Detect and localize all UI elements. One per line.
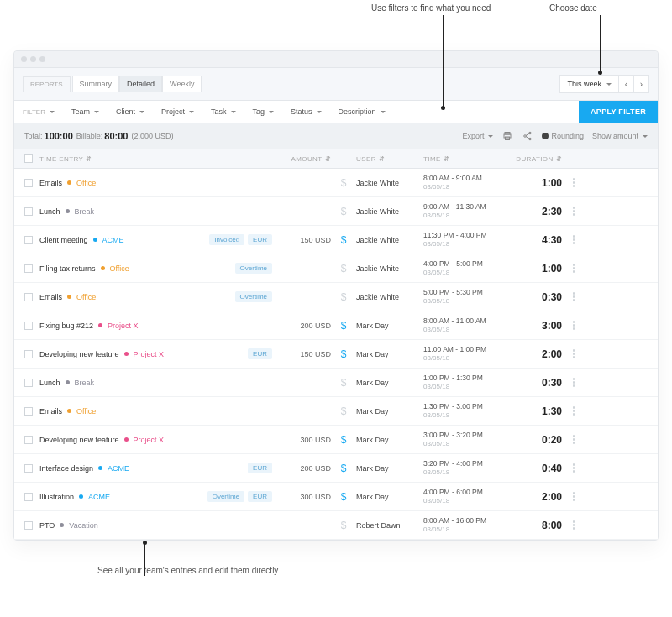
entry-amount: 150 USD bbox=[272, 236, 331, 244]
more-icon[interactable] bbox=[569, 520, 579, 530]
entry-description: Interface design bbox=[39, 464, 93, 473]
select-all-checkbox[interactable] bbox=[24, 154, 33, 163]
col-duration[interactable]: DURATION ⇵ bbox=[516, 155, 562, 163]
row-checkbox[interactable] bbox=[24, 207, 33, 216]
dollar-icon[interactable]: $ bbox=[341, 405, 347, 417]
row-checkbox[interactable] bbox=[24, 436, 33, 444]
dollar-icon[interactable]: $ bbox=[341, 520, 347, 531]
entry-duration: 2:00 bbox=[516, 491, 562, 503]
dollar-icon[interactable]: $ bbox=[341, 377, 347, 389]
row-checkbox[interactable] bbox=[24, 493, 33, 501]
rounding-toggle[interactable]: Rounding bbox=[542, 132, 584, 140]
entries-table: EmailsOffice$Jackie White8:00 AM - 9:00 … bbox=[14, 169, 658, 540]
entry-duration: 0:30 bbox=[516, 377, 562, 389]
more-icon[interactable] bbox=[569, 463, 579, 473]
apply-filter-button[interactable]: APPLY FILTER bbox=[579, 101, 658, 123]
row-checkbox[interactable] bbox=[24, 464, 33, 473]
entry-user: Mark Day bbox=[356, 407, 423, 416]
entry-description: Filing tax returns bbox=[39, 264, 96, 273]
date-prev-button[interactable]: ‹ bbox=[618, 76, 633, 92]
more-icon[interactable] bbox=[569, 406, 579, 416]
dollar-icon[interactable]: $ bbox=[341, 320, 347, 332]
col-time[interactable]: TIME ⇵ bbox=[423, 155, 516, 163]
row-checkbox[interactable] bbox=[24, 264, 33, 273]
dollar-icon[interactable]: $ bbox=[341, 491, 347, 503]
entry-duration: 1:30 bbox=[516, 405, 562, 417]
table-row[interactable]: IllustrationACMEOvertimeEUR300 USD$Mark … bbox=[14, 483, 658, 511]
more-icon[interactable] bbox=[569, 435, 579, 444]
share-icon[interactable] bbox=[522, 130, 533, 142]
table-row[interactable]: Fixing bug #212Project X200 USD$Mark Day… bbox=[14, 311, 658, 340]
filter-client[interactable]: Client bbox=[108, 101, 153, 123]
chevron-down-icon bbox=[606, 83, 612, 86]
filter-task[interactable]: Task bbox=[202, 101, 244, 123]
row-checkbox[interactable] bbox=[24, 379, 33, 387]
more-icon[interactable] bbox=[569, 207, 579, 216]
table-row[interactable]: EmailsOffice$Mark Day1:30 PM - 3:00 PM03… bbox=[14, 397, 658, 426]
tab-weekly[interactable]: Weekly bbox=[162, 76, 202, 92]
export-dropdown[interactable]: Export bbox=[462, 132, 493, 140]
tab-summary[interactable]: Summary bbox=[72, 76, 120, 92]
entry-description: Developing new feature bbox=[39, 350, 119, 358]
entry-amount: 200 USD bbox=[272, 322, 331, 330]
table-row[interactable]: Filing tax returnsOfficeOvertime$Jackie … bbox=[14, 254, 658, 283]
more-icon[interactable] bbox=[569, 378, 579, 387]
entry-time: 4:00 PM - 5:00 PM03/05/18 bbox=[423, 259, 516, 277]
project-label: Office bbox=[110, 264, 129, 273]
row-checkbox[interactable] bbox=[24, 350, 33, 358]
dollar-icon[interactable]: $ bbox=[341, 177, 347, 189]
entry-amount: 300 USD bbox=[272, 493, 331, 501]
dollar-icon[interactable]: $ bbox=[341, 234, 347, 246]
table-row[interactable]: EmailsOffice$Jackie White8:00 AM - 9:00 … bbox=[14, 169, 658, 197]
table-row[interactable]: EmailsOfficeOvertime$Jackie White5:00 PM… bbox=[14, 283, 658, 311]
dollar-icon[interactable]: $ bbox=[341, 434, 347, 446]
filter-team[interactable]: Team bbox=[63, 101, 108, 123]
project-label: ACME bbox=[102, 236, 124, 244]
filter-project[interactable]: Project bbox=[153, 101, 202, 123]
filter-status[interactable]: Status bbox=[282, 101, 330, 123]
dollar-icon[interactable]: $ bbox=[341, 291, 347, 303]
date-range-picker[interactable]: This week ‹ › bbox=[559, 75, 649, 93]
table-row[interactable]: Developing new featureProject X300 USD$M… bbox=[14, 426, 658, 454]
show-amount-dropdown[interactable]: Show amount bbox=[592, 132, 648, 140]
row-checkbox[interactable] bbox=[24, 179, 33, 187]
more-icon[interactable] bbox=[569, 492, 579, 501]
col-time-entry[interactable]: TIME ENTRY ⇵ bbox=[39, 155, 195, 163]
entry-description: PTO bbox=[39, 521, 55, 530]
more-icon[interactable] bbox=[569, 178, 579, 187]
project-label: Break bbox=[75, 379, 95, 387]
more-icon[interactable] bbox=[569, 292, 579, 301]
table-row[interactable]: Developing new featureProject XEUR150 US… bbox=[14, 340, 658, 369]
annotation-filters: Use filters to find what you need bbox=[371, 3, 491, 13]
more-icon[interactable] bbox=[569, 349, 579, 358]
table-row[interactable]: LunchBreak$Mark Day1:00 PM - 1:30 PM03/0… bbox=[14, 369, 658, 397]
row-checkbox[interactable] bbox=[24, 293, 33, 301]
filter-tag[interactable]: Tag bbox=[244, 101, 283, 123]
date-next-button[interactable]: › bbox=[633, 76, 648, 92]
row-checkbox[interactable] bbox=[24, 407, 33, 416]
table-row[interactable]: PTOVacation$Robert Dawn8:00 AM - 16:00 P… bbox=[14, 511, 658, 540]
print-icon[interactable] bbox=[501, 130, 513, 142]
date-range-label[interactable]: This week bbox=[560, 76, 618, 92]
table-row[interactable]: Client meetingACMEInvoicedEUR150 USD$Jac… bbox=[14, 226, 658, 254]
dollar-icon[interactable]: $ bbox=[341, 206, 347, 217]
row-checkbox[interactable] bbox=[24, 521, 33, 530]
filter-description[interactable]: Description bbox=[330, 101, 394, 123]
tab-detailed[interactable]: Detailed bbox=[119, 76, 162, 92]
more-icon[interactable] bbox=[569, 235, 579, 244]
row-checkbox[interactable] bbox=[24, 236, 33, 244]
col-user[interactable]: USER ⇵ bbox=[356, 155, 423, 163]
more-icon[interactable] bbox=[569, 321, 579, 330]
table-row[interactable]: Interface designACMEEUR200 USD$Mark Day3… bbox=[14, 454, 658, 483]
window-chrome bbox=[14, 51, 658, 68]
row-checkbox[interactable] bbox=[24, 322, 33, 330]
entry-user: Jackie White bbox=[356, 264, 423, 273]
table-row[interactable]: LunchBreak$Jackie White9:00 AM - 11:30 A… bbox=[14, 197, 658, 226]
reports-label: REPORTS bbox=[23, 76, 71, 92]
more-icon[interactable] bbox=[569, 264, 579, 273]
dollar-icon[interactable]: $ bbox=[341, 463, 347, 474]
dollar-icon[interactable]: $ bbox=[341, 263, 347, 275]
dollar-icon[interactable]: $ bbox=[341, 348, 347, 360]
col-amount[interactable]: AMOUNT ⇵ bbox=[272, 155, 331, 163]
badge-eur: EUR bbox=[248, 348, 272, 359]
